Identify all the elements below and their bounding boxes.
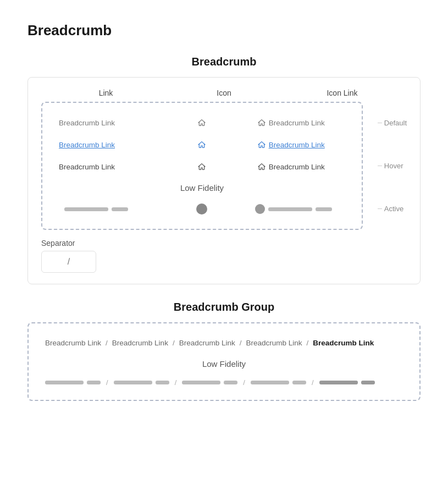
- breadcrumb-group-row: Breadcrumb Link / Breadcrumb Link / Brea…: [40, 332, 408, 354]
- breadcrumb-group-dashed-box: Breadcrumb Link / Breadcrumb Link / Brea…: [27, 322, 421, 401]
- col-header-icon: Icon: [165, 89, 283, 97]
- lf-g-sq-1: [45, 381, 84, 384]
- home-icon-link-hover: [257, 140, 266, 149]
- col-header-link: Link: [47, 89, 165, 97]
- state-labels: Default Hover Active: [378, 102, 407, 230]
- link-default[interactable]: Breadcrumb Link: [53, 112, 152, 134]
- lf-g-sq-sm-1: [87, 381, 101, 384]
- lf-g-sep-1: /: [106, 378, 108, 387]
- lf-g-sq-2: [114, 381, 152, 384]
- bc-sep-3: /: [240, 339, 242, 347]
- separator-row: Separator /: [41, 239, 407, 273]
- lf-g-sq-sm-3: [224, 381, 237, 384]
- separator-label: Separator /: [41, 239, 96, 273]
- lf-icon-circle: [196, 204, 207, 215]
- icon-active: [152, 156, 251, 178]
- bc-item-4[interactable]: Breadcrumb Link: [246, 339, 302, 347]
- home-icon-link-active: [257, 162, 266, 171]
- lf-group-title: Low Fidelity: [40, 359, 408, 369]
- link-default-text: Breadcrumb Link: [59, 119, 115, 127]
- lf-link-squiggle-2: [112, 207, 128, 211]
- state-label-default: Default: [378, 119, 407, 127]
- link-active-text: Breadcrumb Link: [59, 163, 115, 171]
- breadcrumb-group-title: Breadcrumb Group: [27, 301, 421, 314]
- link-hover-text: Breadcrumb Link: [59, 141, 115, 149]
- bc-sep-1: /: [106, 339, 108, 347]
- bc-sep-4: /: [307, 339, 309, 347]
- link-hover[interactable]: Breadcrumb Link: [53, 134, 152, 156]
- icon-link-hover-text: Breadcrumb Link: [269, 141, 325, 149]
- bc-item-5: Breadcrumb Link: [313, 339, 374, 347]
- lf-g-sep-4: /: [312, 378, 314, 387]
- low-fidelity-row: [53, 198, 351, 220]
- lf-g-sq-4: [251, 381, 289, 384]
- lf-link-squiggle: [64, 207, 108, 211]
- variants-wrapper: Breadcrumb Link: [41, 102, 363, 230]
- icon-link-default-text: Breadcrumb Link: [269, 119, 325, 127]
- lf-g-sq-sm-2: [156, 381, 169, 384]
- low-fidelity-title: Low Fidelity: [53, 183, 351, 193]
- lf-icon-link-cell: [250, 201, 345, 217]
- col-header-icon-link: Icon Link: [283, 89, 401, 97]
- icon-link-active[interactable]: Breadcrumb Link: [252, 156, 351, 178]
- lf-icon-link-squiggle: [268, 207, 312, 211]
- separator-box: /: [41, 251, 96, 273]
- home-icon-hover: [197, 140, 206, 149]
- lf-g-sep-3: /: [243, 378, 245, 387]
- state-label-active: Active: [378, 205, 407, 213]
- breadcrumb-section-title: Breadcrumb: [27, 56, 421, 68]
- link-active[interactable]: Breadcrumb Link: [53, 156, 152, 178]
- lf-g-sq-sm-4: [292, 381, 306, 384]
- breadcrumb-section: Breadcrumb Link Icon Icon Link Breadcrum…: [27, 56, 421, 284]
- home-icon-active: [197, 162, 206, 171]
- bc-sep-2: /: [173, 339, 175, 347]
- icon-link-hover[interactable]: Breadcrumb Link: [252, 134, 351, 156]
- home-icon-default: [197, 118, 206, 127]
- lf-g-sq-5: [319, 381, 358, 384]
- lf-icon-link-squiggle-2: [316, 207, 332, 211]
- icon-default: [152, 112, 251, 134]
- lf-icon-link-circle: [255, 204, 265, 214]
- bc-item-2[interactable]: Breadcrumb Link: [112, 339, 168, 347]
- variants-grid: Breadcrumb Link: [53, 112, 351, 178]
- separator-char: /: [68, 257, 70, 266]
- bc-item-1[interactable]: Breadcrumb Link: [45, 339, 101, 347]
- bc-item-3[interactable]: Breadcrumb Link: [179, 339, 235, 347]
- lf-g-sq-3: [182, 381, 220, 384]
- page-title: Breadcrumb: [27, 22, 421, 39]
- breadcrumb-group-section: Breadcrumb Group Breadcrumb Link / Bread…: [27, 301, 421, 401]
- breadcrumb-outer-box: Link Icon Icon Link Breadcrumb Link: [27, 77, 421, 284]
- lf-g-sep-2: /: [175, 378, 177, 387]
- home-icon-link-default: [257, 118, 266, 127]
- lf-g-sq-sm-5: [361, 381, 375, 384]
- lf-group-row: / / / /: [40, 374, 408, 391]
- icon-link-default[interactable]: Breadcrumb Link: [252, 112, 351, 134]
- variants-dashed-box: Breadcrumb Link: [41, 102, 363, 230]
- icon-hover: [152, 134, 251, 156]
- lf-link-cell: [59, 204, 154, 215]
- state-label-hover: Hover: [378, 162, 407, 170]
- column-headers: Link Icon Icon Link: [41, 89, 407, 97]
- lf-icon-cell: [154, 200, 250, 218]
- icon-link-active-text: Breadcrumb Link: [269, 163, 325, 171]
